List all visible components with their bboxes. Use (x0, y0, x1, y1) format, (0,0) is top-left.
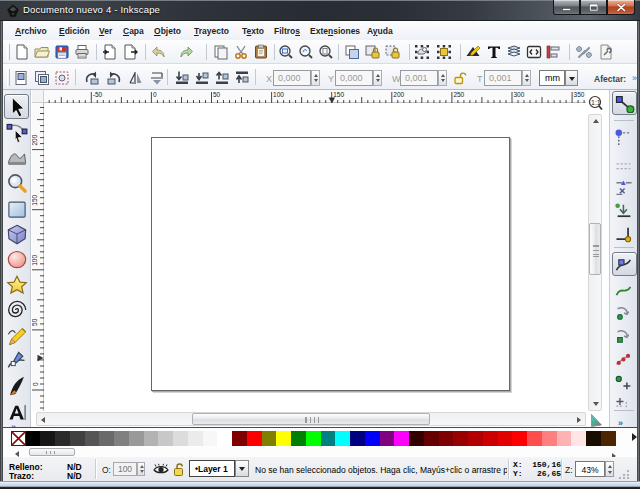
svg-text:300: 300 (514, 91, 525, 98)
svg-text:250: 250 (453, 91, 464, 98)
svg-text:100: 100 (273, 91, 284, 98)
svg-text:200: 200 (32, 134, 39, 145)
svg-text:350: 350 (574, 91, 585, 98)
svg-text:100: 100 (32, 255, 39, 266)
svg-text:150: 150 (32, 194, 39, 205)
svg-text:1:1: 1:1 (591, 99, 601, 106)
svg-text:0: 0 (153, 91, 157, 98)
svg-text:150: 150 (333, 91, 344, 98)
svg-text:50: 50 (213, 91, 221, 98)
svg-text:50: 50 (32, 318, 39, 326)
svg-text:-50: -50 (93, 91, 103, 98)
svg-text:0: 0 (32, 382, 39, 386)
svg-text:200: 200 (393, 91, 404, 98)
